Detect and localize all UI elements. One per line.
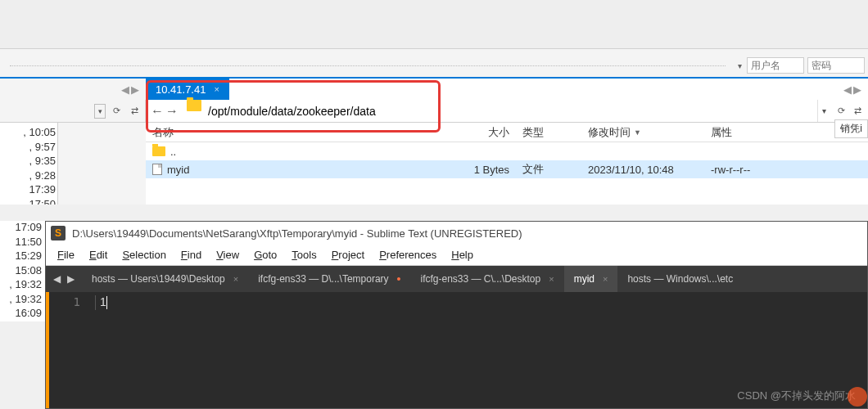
username-field[interactable] [747, 57, 804, 74]
time-cell: 17:50 [0, 198, 56, 205]
sublime-tab-nav: ◀ ▶ [46, 266, 82, 292]
tab-prev-icon[interactable]: ◀ [53, 273, 61, 285]
sublime-code-area[interactable]: 1 [87, 292, 867, 408]
sublime-gutter: 1 [46, 292, 87, 408]
sublime-title: D:\Users\19449\Documents\NetSarang\Xftp\… [72, 227, 522, 240]
drive-combo[interactable]: ▾ [94, 104, 106, 119]
sublime-window: S D:\Users\19449\Documents\NetSarang\Xft… [45, 221, 868, 409]
col-mtime[interactable]: 修改时间▼ [581, 125, 704, 140]
refresh-icon[interactable]: ⟳ [834, 104, 848, 119]
menu-file[interactable]: File [57, 249, 75, 261]
close-icon[interactable]: × [603, 274, 608, 284]
file-row[interactable]: myid1 Bytes文件2023/11/10, 10:48-rw-r--r-- [146, 160, 868, 178]
menu-edit[interactable]: Edit [89, 249, 107, 261]
right-cut-label: 销凭i [834, 119, 868, 138]
menu-goto[interactable]: Goto [254, 249, 277, 261]
address-input[interactable] [205, 100, 817, 122]
address-dropdown-icon[interactable]: ▾ [817, 100, 830, 122]
tab-label: ifcfg-ens33 — D\...\Temporary [258, 273, 388, 285]
close-icon[interactable]: × [549, 274, 554, 284]
time-cell: 15:29 [0, 249, 42, 264]
sublime-tab[interactable]: hosts — Users\19449\Desktop× [82, 266, 248, 292]
address-left-controls: ▾ ⟳ ⇄ [0, 100, 146, 122]
time-cell: , 9:28 [0, 169, 56, 184]
menu-project[interactable]: Project [332, 249, 364, 261]
sublime-titlebar[interactable]: S D:\Users\19449\Documents\NetSarang\Xft… [46, 222, 867, 245]
menu-tools[interactable]: Tools [292, 249, 316, 261]
back-icon[interactable]: ← [151, 104, 164, 119]
tab-next-icon[interactable]: ▶ [67, 273, 75, 285]
col-mtime-label: 修改时间 [588, 125, 631, 140]
sublime-menu-bar: FileEditSelectionFindViewGotoToolsProjec… [46, 245, 867, 266]
dropdown-caret-icon[interactable]: ▾ [735, 61, 744, 70]
indent-guide [95, 295, 96, 310]
time-cell: 17:09 [0, 221, 42, 236]
file-icon [152, 164, 162, 175]
refresh-icon[interactable]: ⟳ [109, 104, 124, 119]
time-cell: , 19:32 [0, 293, 42, 308]
text-caret [106, 296, 107, 309]
sublime-tab-bar: ◀ ▶ hosts — Users\19449\Desktop×ifcfg-en… [46, 266, 867, 292]
file-row[interactable]: .. [146, 142, 868, 160]
folder-icon [152, 146, 165, 156]
forward-icon[interactable]: → [165, 104, 179, 119]
address-right-controls: ⟳ ⇄ [830, 100, 868, 122]
file-name: myid [167, 164, 189, 176]
tab-label: myid [574, 273, 594, 285]
sublime-tab[interactable]: ifcfg-ens33 — C\...\Desktop× [410, 266, 563, 292]
menu-help[interactable]: Help [451, 249, 473, 261]
sublime-logo-icon: S [51, 226, 66, 240]
sync-icon[interactable]: ⇄ [850, 104, 865, 119]
tab-label: 10.41.7.41 [156, 83, 206, 96]
time-cell: , 9:35 [0, 155, 56, 169]
menu-view[interactable]: View [216, 249, 239, 261]
left-time-list-bottom: 17:0911:5015:2915:08, 19:32, 19:3216:09 [0, 221, 45, 321]
left-gap [57, 123, 146, 204]
address-bar-row: ▾ ⟳ ⇄ ← → ▾ ⟳ ⇄ [0, 100, 868, 123]
dirty-icon[interactable]: • [397, 272, 401, 285]
col-name[interactable]: 名称 [146, 125, 457, 140]
left-time-list-top: , 10:05, 9:57, 9:35, 9:2817:3917:50 [0, 123, 57, 204]
col-size[interactable]: 大小 [457, 125, 516, 140]
address-nav: ← → [146, 100, 183, 122]
file-attr: -rw-r--r-- [704, 164, 868, 176]
tab-prev-icon[interactable]: ◀ [121, 83, 129, 96]
tab-nav-left: ◀ ▶ [0, 79, 146, 100]
csdn-logo-icon [848, 387, 867, 407]
close-icon[interactable]: × [214, 84, 219, 94]
time-cell: , 10:05 [0, 126, 56, 141]
sublime-tab[interactable]: myid× [564, 266, 618, 292]
tab-label: hosts — Users\19449\Desktop [92, 273, 225, 285]
sublime-tab[interactable]: hosts — Windows\...\etc [617, 266, 743, 292]
time-cell: , 9:57 [0, 141, 56, 155]
sublime-editor[interactable]: 1 1 [46, 292, 867, 408]
file-name: .. [170, 146, 176, 158]
content-row: , 10:05, 9:57, 9:35, 9:2817:3917:50 名称 大… [0, 123, 868, 204]
file-pane: 名称 大小 类型 修改时间▼ 属性 ..myid1 Bytes文件2023/11… [146, 123, 868, 204]
col-type[interactable]: 类型 [516, 125, 581, 140]
tab-next-icon[interactable]: ▶ [131, 83, 139, 96]
folder-icon [187, 100, 201, 111]
close-icon[interactable]: × [233, 274, 238, 284]
tab-label: ifcfg-ens33 — C\...\Desktop [420, 273, 540, 285]
divider [10, 65, 726, 66]
sync-icon[interactable]: ⇄ [127, 104, 142, 119]
password-field[interactable] [807, 57, 865, 74]
connection-tab-row: ◀ ▶ 10.41.7.41 × ◀ ▶ [0, 77, 868, 100]
menu-preferences[interactable]: Preferences [379, 249, 436, 261]
file-mtime: 2023/11/10, 10:48 [581, 164, 704, 176]
time-cell: , 19:32 [0, 278, 42, 293]
time-cell: 16:09 [0, 307, 42, 321]
top-toolbar-area [0, 0, 868, 49]
file-header: 名称 大小 类型 修改时间▼ 属性 [146, 123, 868, 142]
tab-next-icon[interactable]: ▶ [853, 83, 861, 96]
tab-nav-right: ◀ ▶ [843, 79, 861, 100]
tab-prev-icon[interactable]: ◀ [843, 83, 852, 96]
login-bar: ▾ [0, 54, 868, 77]
menu-find[interactable]: Find [181, 249, 201, 261]
file-size: 1 Bytes [457, 164, 516, 176]
code-line-1: 1 [100, 295, 106, 308]
sublime-tab[interactable]: ifcfg-ens33 — D\...\Temporary• [248, 266, 410, 292]
time-cell: 11:50 [0, 236, 42, 250]
menu-selection[interactable]: Selection [122, 249, 165, 261]
